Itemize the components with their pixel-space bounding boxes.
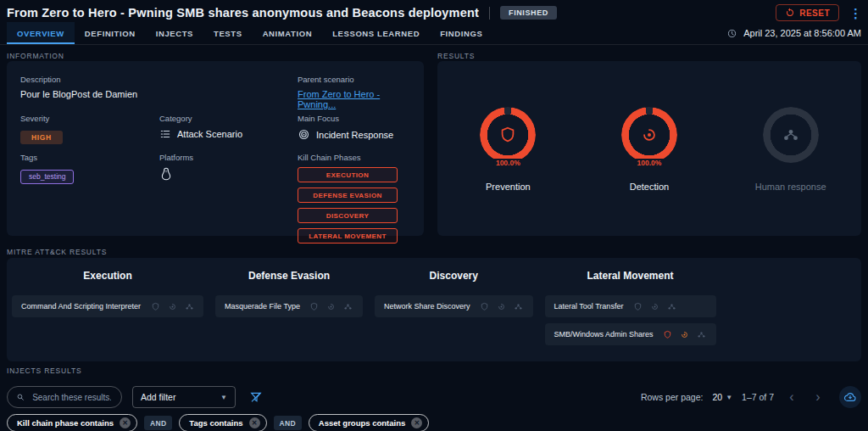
tab-animation[interactable]: ANIMATION xyxy=(253,22,323,44)
detection-icon xyxy=(495,299,509,313)
main-focus-field: Main Focus Incident Response xyxy=(298,114,410,153)
results-section-label: RESULTS xyxy=(437,52,475,60)
technique-chip[interactable]: SMB/Windows Admin Shares xyxy=(545,323,716,345)
detection-icon xyxy=(165,299,179,313)
tab-definition[interactable]: DEFINITION xyxy=(75,22,146,44)
next-page-icon[interactable]: › xyxy=(810,390,826,404)
information-card: Description Pour le BlogPost de Damien P… xyxy=(7,61,424,236)
mitre-column-discovery: Discovery Network Share Discovery xyxy=(375,266,533,323)
description-value: Pour le BlogPost de Damien xyxy=(20,89,298,99)
search-input[interactable] xyxy=(31,392,113,403)
mitre-column-title: Execution xyxy=(12,270,203,282)
pagination: Rows per page: 20 ▼ 1–7 of 7 ‹ › xyxy=(641,386,861,408)
last-update: April 23, 2025 at 8:56:00 AM xyxy=(726,22,861,44)
kebab-menu-icon[interactable]: ⋮ xyxy=(849,7,861,20)
linux-icon xyxy=(159,167,173,181)
people-icon xyxy=(512,299,526,313)
filter-joiner: AND xyxy=(274,416,302,430)
rows-per-page-value: 20 xyxy=(712,392,722,402)
reset-label: RESET xyxy=(799,8,830,18)
severity-label: Severity xyxy=(20,114,159,123)
parent-scenario-link[interactable]: From Zero to Hero - Pwning... xyxy=(298,89,410,109)
main-focus-label: Main Focus xyxy=(298,114,410,123)
prevention-donut: 100.0% xyxy=(480,107,536,163)
shield-icon xyxy=(480,107,536,163)
filter-chip-label: Kill chain phase contains xyxy=(17,418,114,428)
mitre-column-defense-evasion: Defense Evasion Masquerade File Type xyxy=(215,266,363,323)
search-box[interactable] xyxy=(7,386,122,408)
search-icon xyxy=(16,392,25,402)
add-filter-label: Add filter xyxy=(141,392,175,402)
main-focus-value: Incident Response xyxy=(316,130,393,140)
kill-chain-label: Kill Chain Phases xyxy=(298,153,410,162)
rows-per-page-label: Rows per page: xyxy=(641,392,704,402)
previous-page-icon[interactable]: ‹ xyxy=(783,390,800,404)
severity-field: Severity HIGH xyxy=(20,114,159,153)
tab-injects[interactable]: INJECTS xyxy=(146,22,203,44)
technique-chip[interactable]: Command And Scripting Interpreter xyxy=(12,295,203,317)
technique-chip[interactable]: Network Share Discovery xyxy=(375,295,533,317)
header: From Zero to Hero - Pwning SMB shares an… xyxy=(0,0,868,22)
filter-joiner: AND xyxy=(144,416,172,430)
technique-name: Command And Scripting Interpreter xyxy=(21,302,141,311)
chevron-down-icon: ▼ xyxy=(726,394,732,401)
filter-chip-asset-groups[interactable]: Asset groups contains ✕ xyxy=(309,414,429,431)
mitre-column-title: Lateral Movement xyxy=(545,270,716,282)
technique-chip[interactable]: Masquerade File Type xyxy=(215,295,363,317)
add-filter-select[interactable]: Add filter ▼ xyxy=(132,386,236,408)
results-card: 100.0% Prevention 100.0% Detection Human… xyxy=(437,61,861,236)
detection-label: Detection xyxy=(630,182,669,192)
update-history-icon[interactable] xyxy=(726,28,737,39)
clear-filters-icon[interactable] xyxy=(249,390,263,404)
tag-chip[interactable]: seb_testing xyxy=(20,170,74,184)
timestamp: April 23, 2025 at 8:56:00 AM xyxy=(743,28,861,38)
tab-lessons-learned[interactable]: LESSONS LEARNED xyxy=(322,22,430,44)
technique-name: Lateral Tool Transfer xyxy=(554,302,624,311)
detection-icon xyxy=(678,327,692,341)
rows-per-page-select[interactable]: 20 ▼ xyxy=(712,392,732,402)
tab-overview[interactable]: OVERVIEW xyxy=(7,22,75,44)
technique-chip[interactable]: Lateral Tool Transfer xyxy=(545,295,716,317)
export-download-icon[interactable] xyxy=(839,386,861,408)
people-icon xyxy=(182,299,196,313)
kill-chain-phase-chip: LATERAL MOVEMENT xyxy=(298,228,398,243)
human-response-gauge: Human response xyxy=(732,107,850,192)
reset-button[interactable]: RESET xyxy=(776,4,839,21)
filter-chip-tags[interactable]: Tags contains ✕ xyxy=(179,414,266,431)
pagination-range: 1–7 of 7 xyxy=(742,392,774,402)
description-label: Description xyxy=(20,75,298,84)
tab-bar: OVERVIEW DEFINITION INJECTS TESTS ANIMAT… xyxy=(0,22,868,45)
description-field: Description Pour le BlogPost de Damien xyxy=(20,75,298,114)
filter-chip-kill-chain[interactable]: Kill chain phase contains ✕ xyxy=(7,414,137,431)
parent-scenario-field: Parent scenario From Zero to Hero - Pwni… xyxy=(298,75,410,114)
technique-name: Network Share Discovery xyxy=(384,302,470,311)
mitre-column-lateral-movement: Lateral Movement Lateral Tool Transfer S… xyxy=(545,266,716,351)
tags-field: Tags seb_testing xyxy=(20,153,159,249)
technique-name: Masquerade File Type xyxy=(225,302,300,311)
detection-icon xyxy=(621,107,677,163)
shield-icon xyxy=(661,327,675,341)
kill-chain-field: Kill Chain Phases EXECUTION DEFENSE EVAS… xyxy=(298,153,410,249)
close-icon[interactable]: ✕ xyxy=(120,417,131,428)
kill-chain-phase-chip: DISCOVERY xyxy=(298,208,398,223)
close-icon[interactable]: ✕ xyxy=(249,417,260,428)
page-title: From Zero to Hero - Pwning SMB shares an… xyxy=(7,6,479,20)
detection-gauge: 100.0% Detection xyxy=(590,107,709,192)
people-icon xyxy=(695,327,709,341)
shield-icon xyxy=(631,299,644,313)
chevron-down-icon: ▼ xyxy=(220,394,227,401)
tab-tests[interactable]: TESTS xyxy=(203,22,253,44)
shield-icon xyxy=(478,299,492,313)
technique-name: SMB/Windows Admin Shares xyxy=(554,330,654,339)
human-response-label: Human response xyxy=(755,182,826,192)
injects-section-label: INJECTS RESULTS xyxy=(7,367,81,375)
category-label: Category xyxy=(159,114,298,123)
detection-donut: 100.0% xyxy=(621,107,677,163)
filter-chip-label: Asset groups contains xyxy=(319,418,405,428)
tab-findings[interactable]: FINDINGS xyxy=(430,22,492,44)
people-icon xyxy=(665,299,678,313)
close-icon[interactable]: ✕ xyxy=(411,417,422,428)
prevention-label: Prevention xyxy=(486,182,531,192)
detection-score: 100.0% xyxy=(636,159,664,167)
shield-icon xyxy=(308,299,321,313)
